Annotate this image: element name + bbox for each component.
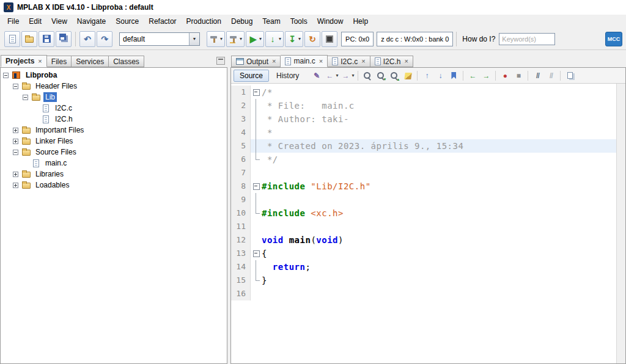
toggle-bookmark-icon[interactable] xyxy=(447,70,460,82)
history-view-button[interactable]: History xyxy=(270,70,305,82)
close-tab-icon[interactable]: × xyxy=(319,58,323,65)
forward-icon[interactable]: →▾ xyxy=(340,70,355,82)
tab-files[interactable]: Files xyxy=(47,56,72,67)
stop-macro-icon[interactable]: ■ xyxy=(512,70,525,82)
vertical-scrollbar[interactable] xyxy=(616,84,625,363)
menu-team[interactable]: Team xyxy=(257,16,285,27)
menu-help[interactable]: Help xyxy=(348,16,373,27)
line-number[interactable]: 9 xyxy=(231,193,251,206)
line-number[interactable]: 12 xyxy=(231,233,251,247)
line-number[interactable]: 1 xyxy=(231,86,251,99)
code-line[interactable]: 13{ xyxy=(231,247,616,260)
tab-main-c[interactable]: main.c× xyxy=(281,55,328,67)
tab-projects[interactable]: Projects× xyxy=(1,55,47,67)
memory-icon[interactable] xyxy=(322,31,337,47)
tree-item-i2c-h[interactable]: I2C.h xyxy=(1,114,227,125)
tab-i2c-h[interactable]: I2C.h× xyxy=(370,56,413,67)
tree-item-source-files[interactable]: Source Files xyxy=(1,147,227,158)
diff-icon[interactable] xyxy=(564,70,576,82)
close-tab-icon[interactable]: × xyxy=(404,58,408,65)
refresh-debug-icon[interactable]: ↻ xyxy=(304,31,320,47)
find-next-icon[interactable]: ▼ xyxy=(375,70,387,82)
menu-source[interactable]: Source xyxy=(111,16,144,27)
program-device-icon[interactable]: ↧▾ xyxy=(285,31,303,47)
minimize-panel-icon[interactable] xyxy=(216,57,225,65)
redo-icon[interactable]: ↷ xyxy=(97,31,112,47)
last-edit-icon[interactable]: ✎ xyxy=(311,70,323,82)
close-tab-icon[interactable]: × xyxy=(272,58,276,65)
shift-right-icon[interactable]: → xyxy=(480,70,492,82)
menu-edit[interactable]: Edit xyxy=(24,16,46,27)
tree-item-i2c-c[interactable]: I2C.c xyxy=(1,103,227,114)
code-line[interactable]: 8#include "Lib/I2C.h" xyxy=(231,180,616,193)
fold-start-icon[interactable] xyxy=(251,180,262,193)
chevron-down-icon[interactable] xyxy=(189,33,199,45)
code-line[interactable]: 2 * File: main.c xyxy=(231,99,616,112)
plus-expander-icon[interactable] xyxy=(13,183,18,188)
plus-expander-icon[interactable] xyxy=(13,139,18,144)
tree-item-lib[interactable]: Lib xyxy=(1,92,227,103)
tree-item-libraries[interactable]: Libraries xyxy=(1,169,227,180)
fold-start-icon[interactable] xyxy=(251,86,262,99)
line-number[interactable]: 6 xyxy=(231,153,251,166)
comment-icon[interactable]: // xyxy=(531,70,543,82)
tab-classes[interactable]: Classes xyxy=(109,56,144,67)
config-select[interactable]: default xyxy=(119,32,200,46)
build-project-icon[interactable]: ▾ xyxy=(207,31,225,47)
save-icon[interactable] xyxy=(39,31,54,47)
menu-navigate[interactable]: Navigate xyxy=(72,16,111,27)
code-line[interactable]: 6 */ xyxy=(231,153,616,166)
menu-file[interactable]: File xyxy=(2,16,24,27)
tab-i2c-c[interactable]: I2C.c× xyxy=(328,56,370,67)
undo-icon[interactable]: ↶ xyxy=(79,31,95,47)
mcc-button[interactable]: MCC xyxy=(605,32,622,46)
menu-tools[interactable]: Tools xyxy=(285,16,312,27)
line-number[interactable]: 10 xyxy=(231,206,251,220)
line-number[interactable]: 7 xyxy=(231,166,251,180)
clean-build-icon[interactable]: ▾ xyxy=(226,31,245,47)
code-area[interactable]: 1/*2 * File: main.c3 * Author: taki-4 *5… xyxy=(231,84,616,363)
line-number[interactable]: 15 xyxy=(231,274,251,287)
tab-output[interactable]: Output× xyxy=(231,56,281,67)
find-selection-icon[interactable] xyxy=(361,70,374,82)
code-line[interactable]: 7 xyxy=(231,166,616,180)
tree-item-header-files[interactable]: Header Files xyxy=(1,81,227,92)
code-line[interactable]: 11 xyxy=(231,220,616,233)
line-number[interactable]: 8 xyxy=(231,180,251,193)
shift-left-icon[interactable]: ← xyxy=(466,70,479,82)
line-number[interactable]: 4 xyxy=(231,126,251,139)
code-line[interactable]: 15} xyxy=(231,274,616,287)
next-bookmark-icon[interactable]: ↓ xyxy=(434,70,446,82)
run-project-icon[interactable]: ▶▾ xyxy=(246,31,264,47)
find-previous-icon[interactable]: ▲ xyxy=(388,70,400,82)
open-project-icon[interactable] xyxy=(21,31,37,47)
code-line[interactable]: 10#include <xc.h> xyxy=(231,206,616,220)
tree-item-loadables[interactable]: Loadables xyxy=(1,180,227,191)
code-line[interactable]: 14 return; xyxy=(231,260,616,274)
fold-start-icon[interactable] xyxy=(251,247,262,260)
tree-item-linker-files[interactable]: Linker Files xyxy=(1,136,227,147)
code-line[interactable]: 5 * Created on 2023. április 9., 15:34 xyxy=(231,139,616,153)
plus-expander-icon[interactable] xyxy=(13,128,18,133)
code-line[interactable]: 12void main(void) xyxy=(231,233,616,247)
line-number[interactable]: 14 xyxy=(231,260,251,274)
back-icon[interactable]: ←▾ xyxy=(324,70,339,82)
close-tab-icon[interactable]: × xyxy=(38,58,42,65)
toggle-highlight-icon[interactable] xyxy=(402,70,414,82)
code-line[interactable]: 9 xyxy=(231,193,616,206)
menu-refactor[interactable]: Refactor xyxy=(144,16,181,27)
menu-view[interactable]: View xyxy=(46,16,72,27)
minus-expander-icon[interactable] xyxy=(13,84,18,89)
tree-item-libproba[interactable]: Libproba xyxy=(1,70,227,81)
code-line[interactable]: 1/* xyxy=(231,86,616,99)
line-number[interactable]: 13 xyxy=(231,247,251,260)
previous-bookmark-icon[interactable]: ↑ xyxy=(421,70,433,82)
keyword-search-input[interactable] xyxy=(499,33,555,45)
new-file-icon[interactable] xyxy=(4,31,20,47)
menu-debug[interactable]: Debug xyxy=(226,16,257,27)
menu-production[interactable]: Production xyxy=(182,16,226,27)
line-number[interactable]: 2 xyxy=(231,99,251,112)
tree-item-important-files[interactable]: Important Files xyxy=(1,125,227,136)
line-number[interactable]: 11 xyxy=(231,220,251,233)
minus-expander-icon[interactable] xyxy=(13,150,18,155)
